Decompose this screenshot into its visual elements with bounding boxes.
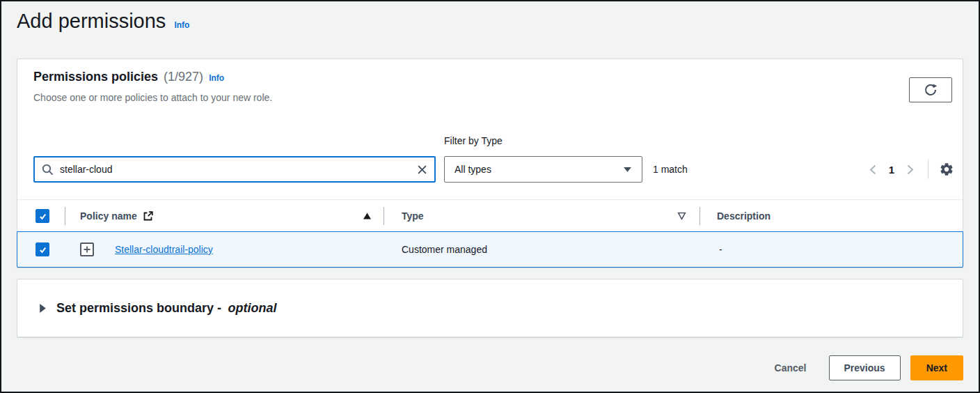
column-divider <box>700 207 700 225</box>
permissions-boundary-panel: Set permissions boundary - optional <box>17 279 963 337</box>
page-number[interactable]: 1 <box>885 164 898 176</box>
expand-row-icon[interactable] <box>80 242 94 256</box>
pager-divider <box>928 160 928 179</box>
cancel-button[interactable]: Cancel <box>762 355 819 380</box>
previous-page-icon[interactable] <box>866 164 880 175</box>
page-header: Add permissions Info <box>17 10 189 33</box>
table-header-row: Policy name Type Description <box>17 199 963 232</box>
column-divider <box>65 207 65 225</box>
clear-search-icon[interactable] <box>417 164 427 175</box>
next-page-icon[interactable] <box>903 164 917 175</box>
external-link-icon <box>143 210 154 222</box>
sort-ascending-icon[interactable] <box>363 212 372 219</box>
gear-icon[interactable] <box>939 162 954 177</box>
column-header-policy-name[interactable]: Policy name <box>80 200 154 231</box>
add-permissions-page: { "page": { "title": "Add permissions", … <box>0 0 980 393</box>
panel-description: Choose one or more policies to attach to… <box>33 92 272 103</box>
filter-by-type-label: Filter by Type <box>444 135 503 146</box>
boundary-title: Set permissions boundary - <box>56 301 221 315</box>
page-title: Add permissions <box>17 10 166 33</box>
panel-title: Permissions policies <box>33 70 158 84</box>
column-header-description: Description <box>717 200 770 231</box>
type-filter-dropdown[interactable]: All types <box>444 156 642 183</box>
panel-info-link[interactable]: Info <box>209 73 224 83</box>
chevron-down-icon <box>623 167 632 173</box>
boundary-expander[interactable]: Set permissions boundary - optional <box>17 279 963 337</box>
refresh-button[interactable] <box>909 77 952 102</box>
previous-button[interactable]: Previous <box>829 355 901 380</box>
policy-search-box <box>33 156 436 183</box>
panel-counter: (1/927) <box>164 70 203 84</box>
policy-type-cell: Customer managed <box>402 244 487 255</box>
boundary-optional-label: optional <box>228 301 277 315</box>
row-checkbox[interactable] <box>35 242 49 256</box>
column-divider <box>384 207 384 225</box>
page-info-link[interactable]: Info <box>174 20 189 30</box>
table-row[interactable]: Stellar-cloudtrail-policy Customer manag… <box>17 231 963 268</box>
sort-descending-icon[interactable] <box>677 212 686 219</box>
match-count: 1 match <box>653 156 688 183</box>
column-header-type[interactable]: Type <box>402 200 424 231</box>
policy-name-link[interactable]: Stellar-cloudtrail-policy <box>115 244 213 255</box>
type-header-label: Type <box>402 210 424 222</box>
footer-actions: Cancel Previous Next <box>762 355 963 380</box>
caret-right-icon <box>39 303 47 314</box>
type-filter-value: All types <box>455 164 491 175</box>
description-header-label: Description <box>717 210 770 222</box>
search-icon <box>42 164 54 176</box>
policy-description-cell: - <box>719 244 722 255</box>
policy-name-header-label: Policy name <box>80 210 137 222</box>
refresh-icon <box>924 83 938 97</box>
select-all-checkbox[interactable] <box>35 209 49 223</box>
pagination: 1 <box>866 156 954 183</box>
panel-head: Permissions policies (1/927) Info <box>33 70 224 84</box>
permissions-policies-panel: Permissions policies (1/927) Info Choose… <box>17 59 963 268</box>
search-input[interactable] <box>60 157 411 181</box>
next-button[interactable]: Next <box>910 355 963 380</box>
